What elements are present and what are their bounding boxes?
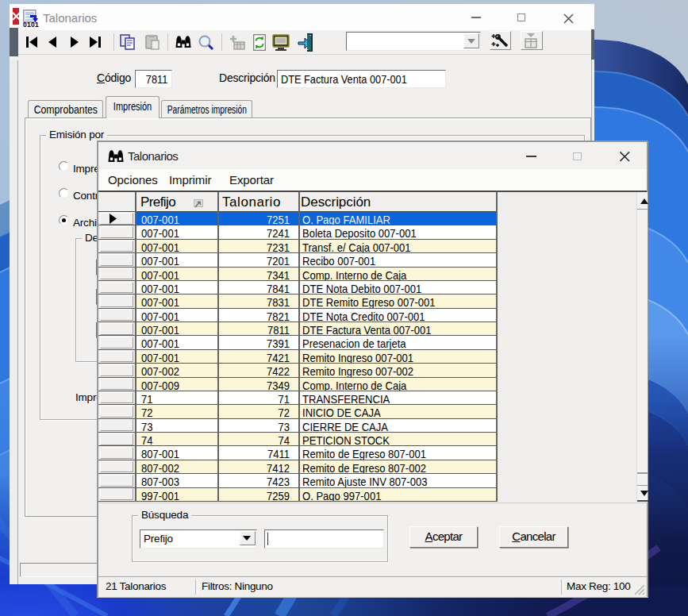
svg-text:0101: 0101	[23, 21, 39, 29]
